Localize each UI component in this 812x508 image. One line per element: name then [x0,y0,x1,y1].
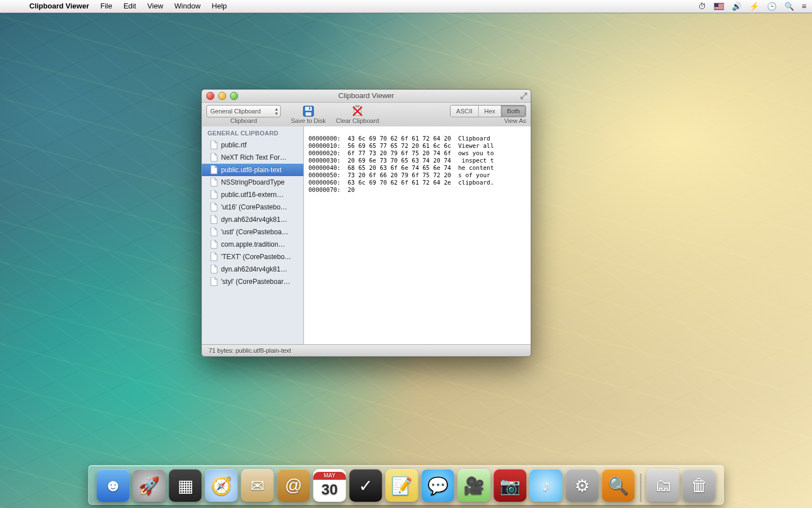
document-icon [210,252,218,261]
dock-facetime[interactable]: 🎥 [458,469,491,502]
sidebar-item-label: public.rtf [221,141,246,149]
dock-messages[interactable]: 💬 [422,469,454,502]
document-icon [210,277,218,286]
sidebar-item-label: NeXT Rich Text For… [221,154,286,161]
popup-arrows-icon: ▴▾ [275,107,278,116]
apple-menu[interactable] [0,0,24,12]
dock-launchpad[interactable]: 🚀 [133,469,166,502]
document-icon [210,141,218,150]
toolbar: General Clipboard ▴▾ Clipboard Save to D… [202,103,531,129]
sidebar-item-label: 'ut16' (CorePastebo… [221,203,287,211]
dock-cal-month: MAY [314,472,346,480]
sidebar-item-label: 'styl' (CorePasteboar… [221,278,290,286]
svg-rect-3 [309,107,310,110]
dock-safari[interactable]: 🧭 [205,469,238,502]
clock-icon[interactable]: 🕒 [767,2,776,11]
dock-mail[interactable]: ✉ [241,469,274,502]
sidebar-header: GENERAL CLIPBOARD [202,126,303,139]
sidebar-item[interactable]: dyn.ah62d4rv4gk81… [202,263,303,275]
segment-hex[interactable]: Hex [479,106,502,117]
document-icon [210,265,218,274]
spotlight-icon[interactable]: 🔍 [784,2,794,11]
sidebar-item[interactable]: 'ustl' (CorePasteboa… [202,226,303,238]
view-as-label: View As [504,117,526,124]
sidebar-item-label: dyn.ah62d4rv4gk81… [221,265,287,273]
clipboard-select-label: Clipboard [230,117,257,124]
svg-rect-5 [356,106,359,107]
document-icon [210,203,218,212]
window-title: Clipboard Viewer [338,91,394,100]
sidebar-item[interactable]: public.rtf [202,139,303,151]
dock-itunes[interactable]: ♪ [530,469,563,502]
sidebar-item[interactable]: com.apple.tradition… [202,238,303,251]
clipboard-select-popup[interactable]: General Clipboard ▴▾ [206,105,281,117]
dock-separator [640,474,642,502]
segment-both[interactable]: Both [501,106,526,117]
input-source-flag[interactable] [714,3,724,10]
window-titlebar[interactable]: Clipboard Viewer [202,90,531,103]
sidebar-item[interactable]: public.utf16-extern… [202,189,303,201]
dock-system-prefs[interactable]: ⚙ [566,469,599,502]
dock-finder[interactable]: ☻ [97,469,130,502]
menu-help[interactable]: Help [206,0,233,12]
sidebar: GENERAL CLIPBOARD public.rtfNeXT Rich Te… [202,126,304,345]
dock-reminders[interactable]: ✓ [350,469,382,502]
dock-documents-stack[interactable]: 🗂 [647,469,679,502]
document-icon [210,165,218,174]
document-icon [210,178,218,187]
dock-contacts[interactable]: @ [277,469,310,502]
menubar: Clipboard Viewer File Edit View Window H… [0,0,812,13]
volume-icon[interactable]: 🔊 [732,2,742,11]
clear-clipboard-button[interactable] [351,105,364,117]
document-icon [210,190,218,199]
dock: ☻ 🚀 ▦ 🧭 ✉ @ MAY 30 ✓ 📝 💬 🎥 📷 ♪ ⚙ 🔍 🗂 🗑 [89,465,724,505]
document-icon [210,227,218,237]
status-text: 71 bytes: public.utf8-plain-text [209,347,291,354]
dock-preview[interactable]: 🔍 [602,469,635,502]
dock-calendar[interactable]: MAY 30 [314,469,346,502]
sidebar-item[interactable]: NSStringPboardType [202,176,303,189]
sidebar-item-label: public.utf16-extern… [221,191,284,199]
sidebar-item[interactable]: dyn.ah62d4rv4gk81… [202,213,303,226]
zoom-button[interactable] [230,92,238,100]
document-icon [210,240,218,249]
dock-notes[interactable]: 📝 [386,469,418,502]
sidebar-item-label: dyn.ah62d4rv4gk81… [221,216,287,224]
svg-rect-2 [306,112,311,116]
menu-window[interactable]: Window [169,0,206,12]
save-to-disk-label: Save to Disk [291,117,326,124]
fullscreen-button[interactable] [520,91,528,99]
sidebar-item-label: 'ustl' (CorePasteboa… [221,228,288,236]
close-button[interactable] [206,92,214,100]
menu-view[interactable]: View [142,0,169,12]
sidebar-item-label: NSStringPboardType [221,178,285,186]
sidebar-item[interactable]: public.utf8-plain-text [202,164,303,176]
document-icon [210,153,218,162]
view-as-segmented: ASCII Hex Both [450,105,526,117]
sidebar-item-label: com.apple.tradition… [221,240,285,248]
sidebar-item[interactable]: 'ut16' (CorePastebo… [202,201,303,213]
menu-edit[interactable]: Edit [118,0,142,12]
clipboard-viewer-window: Clipboard Viewer General Clipboard ▴▾ Cl… [201,89,531,357]
segment-ascii[interactable]: ASCII [451,106,479,117]
sidebar-item[interactable]: 'TEXT' (CorePastebo… [202,251,303,263]
minimize-button[interactable] [218,92,226,100]
sidebar-item[interactable]: NeXT Rich Text For… [202,151,303,164]
hex-content: 00000000: 43 6c 69 70 62 6f 61 72 64 20 … [304,133,531,196]
dock-mission-control[interactable]: ▦ [169,469,202,502]
desktop: Clipboard Viewer File Edit View Window H… [0,0,812,508]
save-to-disk-button[interactable] [302,105,315,117]
sidebar-item[interactable]: 'styl' (CorePasteboar… [202,275,303,288]
menu-file[interactable]: File [95,0,118,12]
notifications-icon[interactable]: ≡ [802,2,806,11]
app-menu[interactable]: Clipboard Viewer [24,0,95,12]
dock-photobooth[interactable]: 📷 [494,469,527,502]
document-icon [210,215,218,224]
dock-cal-day: 30 [321,480,338,499]
dock-trash[interactable]: 🗑 [683,469,716,502]
clear-clipboard-label: Clear Clipboard [336,117,379,124]
timer-icon[interactable]: ⏱ [698,2,706,11]
clipboard-select-value: General Clipboard [210,108,261,115]
hex-view[interactable]: 00000000: 43 6c 69 70 62 6f 61 72 64 20 … [304,126,531,345]
battery-icon[interactable]: ⚡ [749,2,759,11]
